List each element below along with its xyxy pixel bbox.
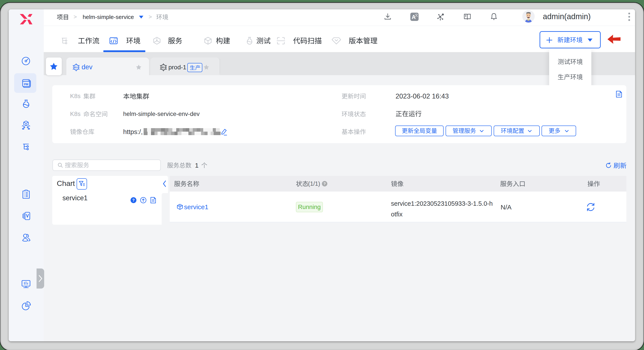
svg-text:HELM: HELM: [160, 66, 166, 69]
svg-text:PM: PM: [24, 83, 28, 86]
svg-text:?: ?: [132, 198, 135, 203]
svg-text:?: ?: [324, 182, 326, 186]
svg-text:HELM: HELM: [73, 66, 79, 69]
